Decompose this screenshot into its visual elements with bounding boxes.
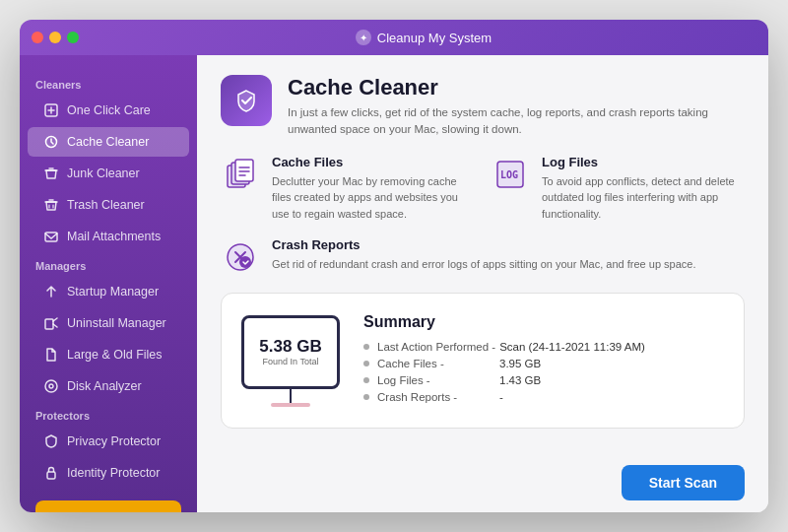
- dot-icon: [363, 377, 369, 383]
- summary-value-1: 3.95 GB: [499, 358, 541, 369]
- cache-icon: [43, 134, 59, 150]
- title-bar: ✦ Cleanup My System: [20, 20, 768, 55]
- trash-icon: [43, 197, 59, 213]
- maximize-button[interactable]: [67, 32, 79, 43]
- svg-rect-6: [47, 472, 55, 479]
- summary-label-0: Last Action Performed -: [377, 341, 495, 353]
- sidebar-item-label: Disk Analyzer: [67, 379, 142, 393]
- dot-icon: [363, 344, 369, 350]
- sidebar-section-managers: Managers: [20, 252, 197, 276]
- sidebar-section-cleaners: Cleaners: [20, 71, 197, 95]
- shield-icon: [43, 433, 59, 449]
- main-window: ✦ Cleanup My System Cleaners One Click C…: [20, 20, 768, 512]
- feature-crash-text: Crash Reports Get rid of redundant crash…: [272, 237, 695, 273]
- sidebar-section-protectors: Protectors: [20, 402, 197, 426]
- feature-log-files: LOG Log Files To avoid app conflicts, de…: [491, 155, 745, 223]
- summary-row-0: Last Action Performed - Scan (24-11-2021…: [363, 341, 724, 353]
- panel-header-icon: [221, 75, 272, 126]
- mail-icon: [43, 229, 59, 244]
- main-panel: Cache Cleaner In just a few clicks, get …: [197, 55, 768, 512]
- sidebar-item-label: One Click Care: [67, 103, 151, 117]
- summary-label-3: Crash Reports -: [377, 391, 495, 403]
- feature-log-title: Log Files: [542, 155, 745, 169]
- panel-header: Cache Cleaner In just a few clicks, get …: [197, 55, 768, 155]
- start-scan-button[interactable]: Start Scan: [622, 465, 745, 500]
- main-content: Cleaners One Click Care Cache: [20, 55, 768, 512]
- sidebar-item-identity-protector[interactable]: Identity Protector: [28, 458, 189, 488]
- sidebar-item-label: Mail Attachments: [67, 230, 161, 243]
- summary-value-2: 1.43 GB: [499, 374, 541, 386]
- close-button[interactable]: [32, 32, 43, 43]
- sidebar-item-label: Identity Protector: [67, 466, 161, 480]
- panel-title: Cache Cleaner: [288, 75, 741, 100]
- traffic-lights: [32, 32, 79, 43]
- sidebar-item-large-old-files[interactable]: Large & Old Files: [28, 340, 189, 369]
- total-gb: 5.38 GB: [259, 337, 321, 357]
- unlock-button[interactable]: Unlock Full Version: [35, 500, 181, 512]
- sidebar-item-label: Trash Cleaner: [67, 198, 145, 212]
- panel-footer: Start Scan: [197, 453, 768, 512]
- uninstall-icon: [43, 315, 59, 331]
- cursor-icon: [43, 102, 59, 118]
- sidebar-item-cache-cleaner[interactable]: Cache Cleaner: [28, 127, 189, 157]
- files-icon: [43, 347, 59, 363]
- feature-crash-title: Crash Reports: [272, 237, 695, 252]
- dot-icon: [363, 361, 369, 366]
- monitor-visual: 5.38 GB Found In Total: [241, 315, 340, 407]
- feature-cache-desc: Declutter your Mac by removing cache fil…: [272, 173, 475, 223]
- summary-label-2: Log Files -: [377, 374, 495, 386]
- window-title: Cleanup My System: [377, 31, 492, 45]
- svg-rect-3: [45, 319, 53, 329]
- sidebar-item-privacy-protector[interactable]: Privacy Protector: [28, 427, 189, 456]
- lock-icon: [43, 465, 59, 481]
- monitor-stand: [290, 389, 292, 403]
- feature-crash-reports: Crash Reports Get rid of redundant crash…: [197, 237, 768, 293]
- sidebar-item-uninstall-manager[interactable]: Uninstall Manager: [28, 308, 189, 338]
- summary-title: Summary: [363, 313, 724, 331]
- log-box-icon: LOG: [491, 155, 530, 194]
- sidebar-item-disk-analyzer[interactable]: Disk Analyzer: [28, 371, 189, 401]
- panel-description: In just a few clicks, get rid of the sys…: [288, 104, 741, 139]
- startup-icon: [43, 284, 59, 299]
- monitor-screen: 5.38 GB Found In Total: [241, 315, 340, 389]
- feature-log-desc: To avoid app conflicts, detect and delet…: [542, 173, 745, 223]
- svg-rect-9: [235, 160, 253, 181]
- summary-row-3: Crash Reports - -: [363, 391, 724, 403]
- sidebar-item-one-click-care[interactable]: One Click Care: [28, 96, 189, 125]
- dot-icon: [363, 394, 369, 400]
- sidebar-item-junk-cleaner[interactable]: Junk Cleaner: [28, 159, 189, 188]
- svg-point-5: [49, 384, 53, 388]
- sidebar-item-trash-cleaner[interactable]: Trash Cleaner: [28, 190, 189, 220]
- sidebar-item-label: Junk Cleaner: [67, 166, 140, 180]
- sidebar-item-startup-manager[interactable]: Startup Manager: [28, 277, 189, 306]
- document-stack-icon: [221, 155, 260, 194]
- feature-log-text: Log Files To avoid app conflicts, detect…: [542, 155, 745, 223]
- sidebar-item-label: Uninstall Manager: [67, 316, 166, 330]
- sidebar-item-label: Large & Old Files: [67, 348, 163, 362]
- sidebar-item-label: Startup Manager: [67, 285, 159, 299]
- sidebar: Cleaners One Click Care Cache: [20, 55, 197, 512]
- summary-row-1: Cache Files - 3.95 GB: [363, 358, 724, 369]
- summary-box: 5.38 GB Found In Total Summary Last Acti…: [221, 293, 745, 429]
- feature-cache-text: Cache Files Declutter your Mac by removi…: [272, 155, 475, 223]
- feature-cache-title: Cache Files: [272, 155, 475, 169]
- sidebar-item-mail-attachments[interactable]: Mail Attachments: [28, 222, 189, 251]
- junk-icon: [43, 166, 59, 181]
- svg-rect-2: [45, 233, 57, 241]
- disk-icon: [43, 378, 59, 394]
- sidebar-item-label: Privacy Protector: [67, 434, 161, 448]
- summary-value-3: -: [499, 391, 503, 403]
- features-grid: Cache Files Declutter your Mac by removi…: [197, 155, 768, 238]
- summary-row-2: Log Files - 1.43 GB: [363, 374, 724, 386]
- monitor-base: [271, 403, 310, 407]
- app-icon: ✦: [356, 30, 371, 45]
- summary-label-1: Cache Files -: [377, 358, 495, 369]
- feature-crash-desc: Get rid of redundant crash and error log…: [272, 256, 695, 273]
- panel-header-text: Cache Cleaner In just a few clicks, get …: [288, 75, 741, 139]
- svg-text:LOG: LOG: [500, 169, 518, 180]
- minimize-button[interactable]: [49, 32, 61, 43]
- crash-icon: [221, 237, 260, 277]
- summary-details: Summary Last Action Performed - Scan (24…: [363, 313, 724, 408]
- sidebar-item-label: Cache Cleaner: [67, 135, 149, 149]
- title-bar-center: ✦ Cleanup My System: [91, 30, 756, 45]
